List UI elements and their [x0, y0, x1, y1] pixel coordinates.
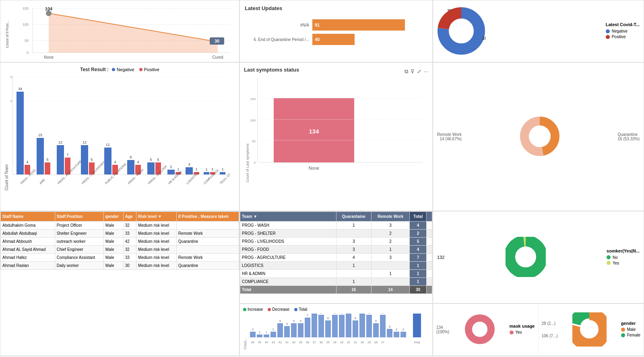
staff-gender: Male — [103, 222, 123, 230]
latest-updates-panel: Latest Updates #N/A 91 6. End of Quarant… — [239, 0, 433, 62]
more-icon[interactable]: ··· — [424, 68, 428, 74]
gender-panel: 28 (2...) 106 (7...) gender Male — [539, 304, 644, 355]
svg-text:2: 2 — [272, 328, 274, 331]
svg-rect-74 — [220, 172, 225, 174]
remote-val: 1 — [372, 270, 410, 278]
svg-text:31: 31 — [354, 341, 357, 344]
svg-text:30: 30 — [215, 39, 219, 43]
svg-rect-141 — [366, 315, 372, 337]
staff-name: Ahmad Hafez — [1, 254, 55, 262]
staff-name-header: Staff Name — [1, 212, 55, 222]
svg-rect-69 — [204, 172, 209, 174]
svg-text:1: 1 — [211, 167, 213, 171]
svg-rect-54 — [147, 162, 155, 174]
gender-pie — [572, 312, 607, 347]
svg-text:1: 1 — [266, 331, 267, 334]
staff-measure: Quarantine — [176, 238, 239, 246]
svg-text:5: 5 — [46, 158, 48, 162]
bar-chart-panel: Test Result : Negative Positive Count of… — [0, 62, 239, 211]
table-row: Abdullah Abdulbaqi Shelter Engineer Male… — [1, 230, 239, 238]
staff-risk: Medium risk level — [136, 262, 177, 270]
remote-val: 2 — [372, 230, 410, 238]
svg-text:29: 29 — [367, 341, 371, 344]
svg-rect-123 — [325, 320, 331, 337]
male-dot — [621, 328, 625, 332]
update-bar-row: #N/A 91 — [245, 19, 427, 31]
svg-text:Cured: Cured — [212, 55, 223, 60]
svg-text:104: 104 — [45, 6, 53, 11]
svg-text:5: 5 — [150, 158, 152, 162]
svg-point-11 — [46, 10, 52, 16]
svg-text:3: 3 — [188, 162, 190, 166]
svg-text:12: 12 — [58, 140, 62, 144]
svg-text:50: 50 — [25, 39, 29, 43]
staff-age: 33 — [123, 254, 136, 262]
svg-point-168 — [517, 248, 535, 266]
staff-name: Ahmad AL Sayid Ahmad — [1, 246, 55, 254]
table-row: LOGISTICS 1 1 — [240, 262, 432, 270]
yes-legend-item: Yes — [607, 261, 640, 265]
svg-text:11: 11 — [106, 143, 110, 147]
svg-text:3: 3 — [389, 325, 390, 328]
svg-text:0: 0 — [254, 161, 256, 164]
expand-icon[interactable]: ⤢ — [417, 68, 421, 74]
svg-text:50: 50 — [252, 140, 256, 143]
table-row: PROG - FOOD 3 1 4 — [240, 246, 432, 254]
svg-text:7: 7 — [66, 153, 68, 157]
copy-icon[interactable]: ⧉ — [405, 68, 408, 75]
quarantine-val — [336, 230, 372, 238]
team-name: PROG - SHELTER — [240, 230, 336, 238]
svg-text:6: 6 — [327, 317, 329, 320]
staff-measure: Quarantine — [176, 262, 239, 270]
team-name: PROG - WASH — [240, 222, 336, 230]
staff-name: Ahmad Abboush — [1, 238, 55, 246]
staff-measure: Remote Work — [176, 230, 239, 238]
svg-rect-29 — [37, 138, 44, 174]
staff-position: Project Officer — [55, 222, 103, 230]
mask-title: mask usage — [510, 324, 535, 328]
work-location-donut — [518, 114, 562, 159]
svg-text:20: 20 — [10, 99, 12, 103]
increase-label: Increase — [248, 307, 263, 312]
svg-text:12: 12 — [83, 140, 87, 144]
svg-point-161 — [450, 20, 473, 42]
svg-text:37: 37 — [313, 341, 316, 344]
svg-rect-150 — [387, 329, 392, 337]
svg-text:134: 134 — [309, 128, 319, 135]
svg-text:8: 8 — [382, 313, 384, 314]
svg-rect-105 — [284, 326, 290, 337]
team-name: PROG - LIVELIHOODS — [240, 238, 336, 246]
total-quarantine: 16 — [336, 286, 372, 294]
remote-val: 1 — [372, 246, 410, 254]
filter-icon[interactable]: ⊽ — [411, 68, 415, 74]
decrease-legend: Decrease — [268, 307, 289, 312]
gender-legend: gender Male Female — [621, 321, 640, 339]
svg-text:8: 8 — [334, 313, 336, 314]
test-result-label: Test Result : — [80, 67, 109, 72]
staff-position: Chief Engineer — [55, 246, 103, 254]
staff-table-panel: Staff Name Staff Position gender Age Ris… — [0, 211, 239, 356]
quarantine-val: 4 — [336, 254, 372, 262]
table-row: Ahmad Raslan Daily worker Male 30 Medium… — [1, 262, 239, 270]
svg-text:46: 46 — [251, 341, 254, 344]
svg-text:41: 41 — [285, 341, 289, 344]
svg-text:1: 1 — [195, 167, 197, 171]
total-legend: Total — [294, 307, 307, 312]
staff-measure: Remote Work — [176, 254, 239, 262]
total-val: 4 — [410, 246, 427, 254]
svg-text:0: 0 — [27, 51, 29, 55]
negative-legend-item: Negative — [606, 29, 640, 33]
staff-position: Compliance Assistant — [55, 254, 103, 262]
team-name: HR & ADMIN — [240, 270, 336, 278]
svg-rect-154 — [400, 332, 406, 337]
total-total: 30 — [410, 286, 427, 294]
gender-values: 28 (2...) 106 (7...) — [542, 321, 558, 338]
svg-text:40: 40 — [292, 341, 295, 344]
somker-title: somker(Yes|N... — [607, 248, 640, 253]
svg-text:45: 45 — [258, 341, 261, 344]
positive-dot — [606, 35, 610, 39]
no-dot — [607, 255, 611, 259]
staff-risk: Medium risk level — [136, 254, 177, 262]
remote-work-label: Remote Work14 (46.67%) — [437, 132, 462, 141]
svg-rect-120 — [318, 315, 324, 337]
